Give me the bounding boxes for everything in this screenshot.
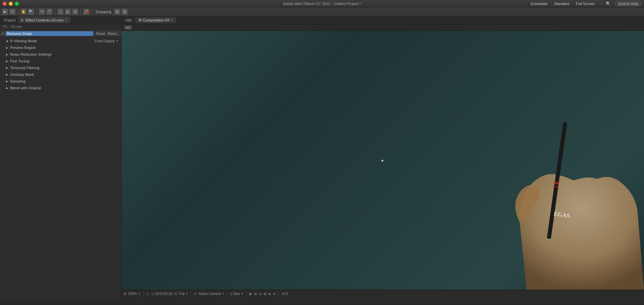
- tab-separator: [135, 18, 135, 22]
- toolbar-sep-5: [92, 9, 92, 15]
- viewing-mode-value: Final Output: [94, 39, 114, 43]
- quality-dropdown-icon: ▼: [185, 292, 188, 295]
- camera-value: Active Camera: [198, 292, 221, 296]
- effect-reset-button[interactable]: Reset: [96, 32, 105, 36]
- status-sep-4: [246, 292, 247, 296]
- prop-name-unsharp-mask: Unsharp Mask: [10, 72, 119, 77]
- status-value: +0.0: [281, 292, 288, 296]
- tab-composition-label: Composition H3: [143, 18, 169, 22]
- effect-header-row: fx Remove Grain Reset About...: [0, 31, 121, 37]
- prop-name-noise-reduction: Noise Reduction Settings: [10, 52, 119, 56]
- status-grid-toggle[interactable]: ⊞: [124, 292, 126, 296]
- close-button[interactable]: [3, 2, 7, 6]
- snapping-toggle[interactable]: ⊞: [114, 9, 120, 15]
- tool-shape[interactable]: □: [57, 9, 63, 15]
- move-cursor-indicator: ✦: [380, 158, 385, 163]
- tool-pen[interactable]: ✒: [39, 9, 45, 15]
- main-layout: Project ⊡ Effect Controls H3.mov ✕ H3 › …: [0, 16, 644, 298]
- tool-puppet[interactable]: 📌: [83, 9, 89, 15]
- status-zoom[interactable]: 200% ▼: [128, 292, 141, 296]
- tool-select[interactable]: ▶: [2, 9, 8, 15]
- status-preview-toggle[interactable]: ◻: [146, 292, 149, 296]
- prop-preview-region[interactable]: ▶ Preview Region: [0, 44, 121, 51]
- window-title: Adobe After Effects CC 2015 - Untitled P…: [283, 2, 361, 6]
- fx-badge-icon: fx: [2, 32, 4, 35]
- standard-button[interactable]: Standard: [553, 1, 571, 6]
- snapping-options[interactable]: ⊟: [122, 9, 128, 15]
- toggle-2-icon: ⊟: [259, 292, 262, 296]
- breadcrumb-sep: ›: [8, 25, 9, 29]
- status-quality[interactable]: Full ▼: [179, 292, 188, 296]
- status-camera[interactable]: Active Camera ▼: [198, 292, 224, 296]
- snapping-label: Snapping: [96, 10, 111, 14]
- prop-name-blend-original: Blend with Original: [10, 86, 119, 90]
- toggle-1-icon: ⊞: [254, 292, 257, 296]
- tool-clone[interactable]: ⊕: [72, 9, 78, 15]
- prop-viewing-mode[interactable]: ◉ fx Viewing Mode Final Output ▼: [0, 38, 121, 44]
- tab-close-icon[interactable]: ✕: [65, 18, 67, 22]
- toggle-5-icon: ⊕: [273, 292, 276, 296]
- prop-toggle-sampling: ▶: [5, 80, 9, 83]
- prop-blend-original[interactable]: ▶ Blend with Original: [0, 85, 121, 91]
- status-time[interactable]: ⊙ 13:53:02:20: [151, 292, 173, 296]
- tab-info[interactable]: Info: [123, 17, 134, 23]
- essentials-button[interactable]: Essentials: [529, 1, 549, 6]
- tool-text[interactable]: T: [46, 9, 52, 15]
- prop-unsharp-mask[interactable]: ▶ Unsharp Mask: [0, 71, 121, 78]
- status-toggle-4[interactable]: ◈: [268, 292, 271, 296]
- status-toggle-1[interactable]: ⊞: [254, 292, 257, 296]
- status-render-btn[interactable]: ▶: [249, 292, 252, 296]
- prop-fx-icon-viewing-mode: fx: [10, 39, 13, 43]
- zoom-value: 200%: [128, 292, 137, 296]
- comp-icon: ⊡: [194, 292, 196, 296]
- minimize-button[interactable]: [9, 2, 13, 6]
- preview-icon: ◻: [146, 292, 149, 296]
- titlebar: Adobe After Effects CC 2015 - Untitled P…: [0, 0, 644, 7]
- prop-name-fine-tuning: Fine Tuning: [10, 59, 119, 63]
- tab-composition[interactable]: ⊞ Composition H3 ✕: [136, 17, 176, 23]
- search-help-field[interactable]: Search Help: [615, 1, 641, 6]
- grid-icon: ⊞: [124, 292, 126, 296]
- composition-viewer[interactable]: EGAS ✦: [122, 31, 644, 290]
- status-sep-3: [227, 292, 227, 296]
- comp-label: H3: [124, 25, 132, 30]
- toolbar: ▶ ↺ ✋ 🔍 ✒ T □ 🖌 ⊕ 📌 Snapping ⊞ ⊟: [0, 7, 644, 16]
- breadcrumb-h3: H3: [3, 25, 7, 29]
- tool-rotate[interactable]: ↺: [9, 9, 15, 15]
- status-toggle-3[interactable]: ⊠: [264, 292, 266, 296]
- zoom-dropdown-icon: ▼: [138, 292, 141, 295]
- render-btn-icon: ▶: [249, 292, 252, 296]
- prop-temporal-filtering[interactable]: ▶ Temporal Filtering: [0, 64, 121, 71]
- comp-tab-close-icon[interactable]: ✕: [171, 18, 173, 22]
- tool-zoom[interactable]: 🔍: [28, 9, 34, 15]
- tool-paint[interactable]: 🖌: [65, 9, 71, 15]
- prop-name-sampling: Sampling: [10, 79, 119, 83]
- render-icon: ⊟: [174, 292, 177, 296]
- prop-sampling[interactable]: ▶ Sampling: [0, 78, 121, 85]
- maximize-button[interactable]: [15, 2, 19, 6]
- tab-effect-controls[interactable]: ⊡ Effect Controls H3.mov ✕: [18, 17, 70, 23]
- status-render-icon[interactable]: ⊟: [174, 292, 177, 296]
- status-toggle-5[interactable]: ⊕: [273, 292, 276, 296]
- prop-noise-reduction[interactable]: ▶ Noise Reduction Settings: [0, 51, 121, 58]
- prop-value-viewing-mode[interactable]: Final Output ▼: [94, 39, 119, 43]
- prop-toggle-temporal-filtering: ▶: [5, 66, 9, 69]
- status-sep-5: [278, 292, 279, 296]
- tool-hand[interactable]: ✋: [20, 9, 27, 15]
- toggle-3-icon: ⊠: [264, 292, 266, 296]
- status-views[interactable]: 1 View ▼: [230, 292, 244, 296]
- double-arrow-icon: »: [600, 2, 602, 5]
- prop-name-viewing-mode: Viewing Mode: [14, 39, 94, 43]
- status-toggle-2[interactable]: ⊟: [259, 292, 262, 296]
- tab-info-label: Info: [126, 18, 132, 22]
- breadcrumb-h3mov: H3.mov: [11, 25, 22, 29]
- prop-toggle-fine-tuning: ▶: [5, 59, 9, 63]
- effect-about-button[interactable]: About...: [108, 32, 119, 36]
- effect-name[interactable]: Remove Grain: [6, 31, 93, 36]
- prop-fine-tuning[interactable]: ▶ Fine Tuning: [0, 58, 121, 64]
- tab-project[interactable]: Project: [1, 17, 18, 23]
- status-comp-icon[interactable]: ⊡: [194, 292, 196, 296]
- fullscreen-button[interactable]: Full Screen: [574, 1, 596, 6]
- search-magnifier-icon: 🔍: [606, 1, 611, 6]
- comp-content-hand: EGAS: [493, 122, 644, 290]
